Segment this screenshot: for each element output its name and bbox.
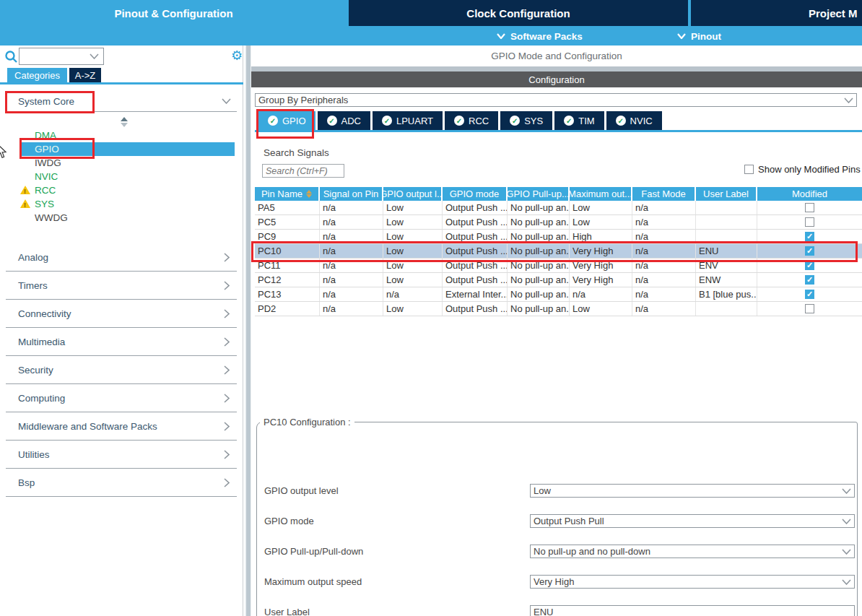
cell-pc10-7[interactable]: ENU — [696, 244, 757, 258]
pin-row-pc12[interactable]: PC12n/aLowOutput Push ...No pull-up an..… — [255, 273, 862, 287]
section-system-core[interactable]: System Core — [6, 92, 237, 112]
pin-row-pc11[interactable]: PC11n/aLowOutput Push ...No pull-up an..… — [255, 259, 862, 273]
pin-row-pc13[interactable]: PC13n/an/aExternal Inter...No pull-up an… — [255, 287, 862, 302]
search-signals-input[interactable] — [262, 164, 344, 178]
cell-pd2-0[interactable]: PD2 — [255, 302, 320, 316]
show-only-modified-checkbox[interactable] — [744, 165, 754, 174]
cell-pd2-7[interactable] — [696, 302, 757, 316]
cell-pa5-3[interactable]: Output Push ... — [443, 201, 508, 214]
cell-pc5-7[interactable] — [696, 215, 757, 229]
cell-pc12-6[interactable]: n/a — [632, 273, 696, 287]
column-header-gpio-mode[interactable]: GPIO mode — [443, 187, 508, 201]
cell-pa5-7[interactable] — [696, 201, 757, 214]
sidebar-item-iwdg[interactable]: IWDG — [20, 156, 235, 170]
column-header-maximum-out-[interactable]: Maximum out... — [570, 187, 632, 201]
cell-pc9-7[interactable] — [696, 230, 757, 243]
sidebar-search-combobox[interactable] — [19, 48, 104, 65]
pin-row-pc10[interactable]: PC10n/aLowOutput Push ...No pull-up an..… — [255, 244, 862, 259]
cell-pc13-7[interactable]: B1 [blue pus... — [696, 287, 757, 301]
peripheral-tab-sys[interactable]: ✓SYS — [500, 111, 552, 130]
cell-pc10-0[interactable]: PC10 — [255, 244, 320, 258]
cell-pc11-7[interactable]: ENV — [696, 259, 757, 272]
modified-checkbox[interactable] — [805, 246, 814, 256]
sidebar-category-analog[interactable]: Analog — [6, 243, 237, 272]
pin-row-pa5[interactable]: PA5n/aLowOutput Push ...No pull-up an...… — [255, 201, 862, 215]
cell-pc13-4[interactable]: No pull-up an... — [508, 287, 570, 301]
cell-pc11-5[interactable]: Very High — [570, 259, 632, 272]
cell-pc5-3[interactable]: Output Push ... — [443, 215, 508, 229]
cell-pc13-5[interactable]: n/a — [570, 287, 632, 301]
tab-clock-configuration[interactable]: Clock Configuration — [349, 0, 688, 26]
software-packs-menu[interactable]: Software Packs — [497, 29, 583, 43]
cell-pa5-5[interactable]: Low — [570, 201, 632, 214]
pinout-menu[interactable]: Pinout — [677, 29, 721, 43]
pin-row-pc5[interactable]: PC5n/aLowOutput Push ...No pull-up an...… — [255, 215, 862, 230]
cell-pc12-1[interactable]: n/a — [320, 273, 383, 287]
cell-pc10-1[interactable]: n/a — [320, 244, 383, 258]
cell-pc5-5[interactable]: Low — [570, 215, 632, 229]
cell-pc9-6[interactable]: n/a — [632, 230, 696, 243]
sidebar-item-dma[interactable]: DMA — [20, 129, 235, 142]
cell-pd2-5[interactable]: Low — [570, 302, 632, 316]
peripheral-tab-tim[interactable]: ✓TIM — [554, 111, 604, 130]
cell-pc11-0[interactable]: PC11 — [255, 259, 320, 272]
modified-checkbox[interactable] — [805, 261, 814, 270]
pin-row-pc9[interactable]: PC9n/aLowOutput Push ...No pull-up an...… — [255, 230, 862, 244]
cell-pd2-6[interactable]: n/a — [632, 302, 696, 316]
column-header-gpio-pull-up-[interactable]: GPIO Pull-up... — [508, 187, 570, 201]
cell-pc10-5[interactable]: Very High — [570, 244, 632, 258]
cell-pc12-7[interactable]: ENW — [696, 273, 757, 287]
cell-pc12-4[interactable]: No pull-up an... — [508, 273, 570, 287]
cell-pc13-6[interactable]: n/a — [632, 287, 696, 301]
tab-pinout-configuration[interactable]: Pinout & Configuration — [0, 0, 347, 26]
cell-pa5-4[interactable]: No pull-up an... — [508, 201, 570, 214]
cell-pc9-1[interactable]: n/a — [320, 230, 383, 243]
cell-pd2-1[interactable]: n/a — [320, 302, 383, 316]
column-header-gpio-output-l-[interactable]: GPIO output l... — [383, 187, 443, 201]
cell-pa5-0[interactable]: PA5 — [255, 201, 320, 214]
list-sort-spinner[interactable] — [120, 117, 128, 127]
sidebar-category-multimedia[interactable]: Multimedia — [6, 328, 237, 356]
cell-pc10-2[interactable]: Low — [383, 244, 443, 258]
cell-pc12-3[interactable]: Output Push ... — [443, 273, 508, 287]
cell-pc10-4[interactable]: No pull-up an... — [508, 244, 570, 258]
cell-pc5-2[interactable]: Low — [383, 215, 443, 229]
sidebar-item-nvic[interactable]: NVIC — [20, 170, 235, 183]
sidebar-item-sys[interactable]: !SYS — [20, 197, 235, 211]
column-header-user-label[interactable]: User Label — [696, 187, 757, 201]
tab-a-to-z[interactable]: A->Z — [69, 68, 101, 82]
sidebar-category-security[interactable]: Security — [6, 356, 237, 384]
sidebar-category-connectivity[interactable]: Connectivity — [6, 300, 237, 328]
cell-pc5-4[interactable]: No pull-up an... — [508, 215, 570, 229]
sidebar-item-rcc[interactable]: !RCC — [20, 183, 235, 197]
config-select-gpio-pull-up-pull-down[interactable]: No pull-up and no pull-down — [530, 545, 855, 558]
cell-pa5-1[interactable]: n/a — [320, 201, 383, 214]
cell-pc9-0[interactable]: PC9 — [255, 230, 320, 243]
sidebar-category-bsp[interactable]: Bsp — [6, 469, 237, 497]
cell-pc9-5[interactable]: High — [570, 230, 632, 243]
cell-pc13-2[interactable]: n/a — [383, 287, 443, 301]
tab-categories[interactable]: Categories — [7, 68, 67, 82]
cell-pc5-0[interactable]: PC5 — [255, 215, 320, 229]
cell-pc10-6[interactable]: n/a — [632, 244, 696, 258]
modified-checkbox[interactable] — [805, 275, 814, 285]
sidebar-category-middleware-and-software-packs[interactable]: Middleware and Software Packs — [6, 412, 237, 441]
cell-pc5-1[interactable]: n/a — [320, 215, 383, 229]
modified-checkbox[interactable] — [805, 203, 814, 212]
cell-pc9-4[interactable]: No pull-up an... — [508, 230, 570, 243]
cell-pa5-2[interactable]: Low — [383, 201, 443, 214]
config-select-maximum-output-speed[interactable]: Very High — [530, 575, 855, 589]
column-header-pin-name[interactable]: Pin Name — [255, 187, 320, 201]
column-header-fast-mode[interactable]: Fast Mode — [632, 187, 696, 201]
modified-checkbox[interactable] — [805, 290, 814, 299]
sidebar-category-timers[interactable]: Timers — [6, 272, 237, 300]
sidebar-scrollbar[interactable] — [245, 45, 251, 616]
pin-row-pd2[interactable]: PD2n/aLowOutput Push ...No pull-up an...… — [255, 302, 862, 316]
cell-pc13-1[interactable]: n/a — [320, 287, 383, 301]
peripheral-tab-rcc[interactable]: ✓RCC — [445, 111, 498, 130]
cell-pc13-3[interactable]: External Inter... — [443, 287, 508, 301]
cell-pc11-3[interactable]: Output Push ... — [443, 259, 508, 272]
cell-pd2-4[interactable]: No pull-up an... — [508, 302, 570, 316]
cell-pc12-5[interactable]: Very High — [570, 273, 632, 287]
sidebar-category-computing[interactable]: Computing — [6, 384, 237, 412]
